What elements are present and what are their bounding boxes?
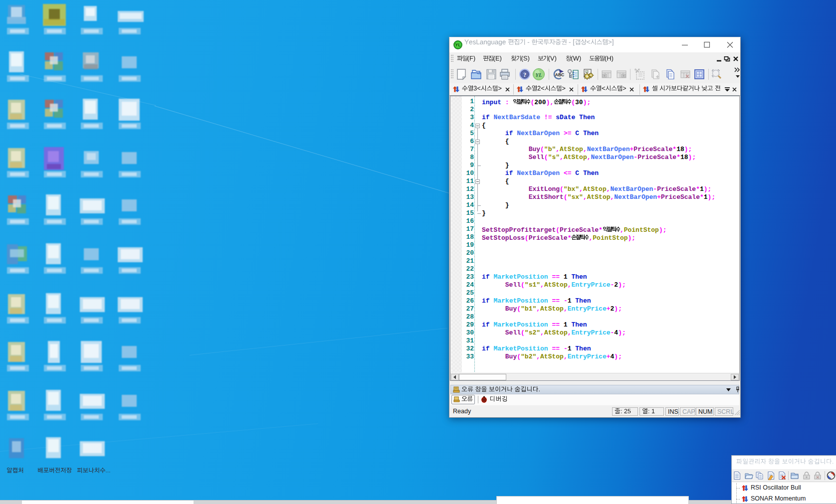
svg-text:?: ? [523, 71, 526, 78]
svg-text:ABC: ABC [555, 72, 564, 77]
svg-text:YL: YL [535, 72, 542, 78]
svg-text:YL: YL [455, 42, 461, 47]
